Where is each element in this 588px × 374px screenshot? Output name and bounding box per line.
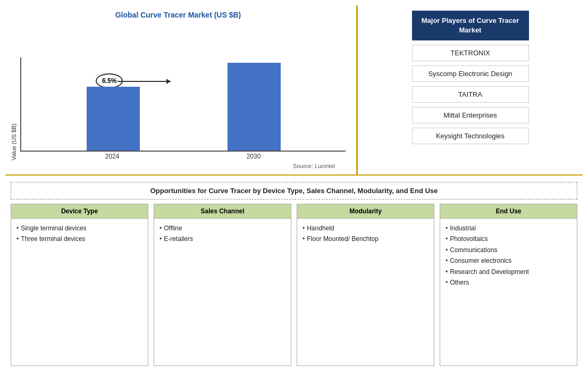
top-section: Global Curve Tracer Market (US $B) Value… [5,5,583,176]
players-title: Major Players of Curve Tracer Market [412,11,529,40]
source-text: Source: Lucintel [11,163,346,169]
main-container: Global Curve Tracer Market (US $B) Value… [0,0,588,374]
chart-area: Global Curve Tracer Market (US $B) Value… [5,5,356,174]
category-col-sales-channel: Sales Channel • Offline • E-retailers [154,204,291,366]
x-label-2030: 2030 [227,153,280,160]
category-header-device-type: Device Type [11,204,148,219]
end-use-item-3: • Consumer electronics [446,255,572,266]
x-axis-labels: 2024 2030 [20,152,346,160]
bar-group-2030 [228,63,281,151]
category-header-modularity: Modularity [297,204,434,219]
chart-wrapper: Value (US $B) 6.5% [11,24,346,160]
opportunities-box: Opportunities for Curve Tracer by Device… [11,182,577,200]
end-use-item-4: • Research and Development [446,267,572,277]
device-type-item-1: • Three terminal devices [16,234,142,244]
sales-channel-item-0: • Offline [159,223,285,234]
bar-2030 [228,63,281,151]
bars-area: 6.5% [20,57,346,152]
end-use-item-5: • Others [446,277,572,288]
category-header-sales-channel: Sales Channel [154,204,291,219]
player-item-1: Syscomp Electronic Design [412,65,529,82]
x-label-2024: 2024 [86,153,139,160]
players-panel: Major Players of Curve Tracer Market TEK… [358,5,583,174]
category-body-sales-channel: • Offline • E-retailers [154,219,291,366]
category-body-modularity: • Handheld • Floor Mounted/ Benchtop [297,219,434,366]
modularity-item-0: • Handheld [303,223,429,234]
end-use-item-2: • Communications [446,245,572,255]
player-item-0: TEKTRONIX [412,45,529,61]
category-col-end-use: End Use • Industrial • Photovoltaics • C… [440,204,577,366]
category-col-device-type: Device Type • Single terminal devices • … [11,204,148,366]
category-header-end-use: End Use [440,204,577,219]
category-body-end-use: • Industrial • Photovoltaics • Communica… [440,219,577,366]
cagr-arrow [117,81,171,82]
bottom-section: Opportunities for Curve Tracer by Device… [5,176,583,369]
player-item-3: Mittal Enterprises [412,107,529,123]
category-col-modularity: Modularity • Handheld • Floor Mounted/ B… [297,204,434,366]
player-item-4: Keysight Technologies [412,128,529,144]
end-use-item-1: • Photovoltaics [446,234,572,244]
end-use-item-0: • Industrial [446,223,572,234]
y-axis-label: Value (US $B) [11,123,17,161]
device-type-item-0: • Single terminal devices [16,223,142,234]
categories-row: Device Type • Single terminal devices • … [11,204,577,366]
chart-inner: 6.5% 2024 2030 [20,57,346,160]
sales-channel-item-1: • E-retailers [159,234,285,244]
category-body-device-type: • Single terminal devices • Three termin… [11,219,148,366]
player-item-2: TAITRA [412,86,529,103]
cagr-annotation: 6.5% [96,73,123,88]
bar-2024 [87,87,140,151]
bar-group-2024 [87,87,140,151]
modularity-item-1: • Floor Mounted/ Benchtop [303,234,429,244]
chart-title: Global Curve Tracer Market (US $B) [115,11,241,19]
